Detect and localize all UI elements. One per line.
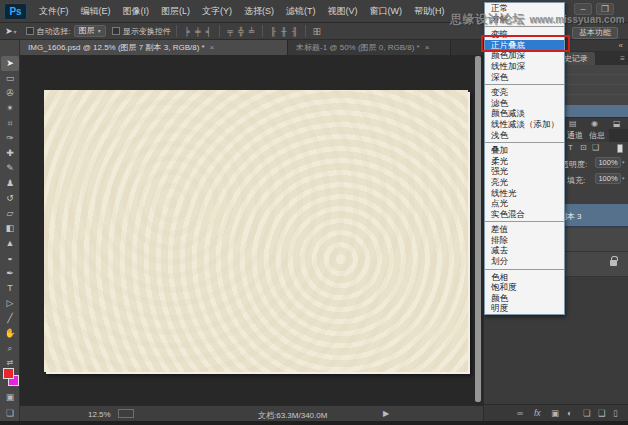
blend-mode-vivid-light[interactable]: 亮光	[485, 177, 564, 188]
marquee-tool[interactable]: ▭	[1, 71, 19, 86]
brush-tool[interactable]: ✎	[1, 161, 19, 176]
blend-mode-linear-light[interactable]: 线性光	[485, 188, 564, 199]
new-layer-icon[interactable]: ❑	[598, 408, 606, 418]
blend-mode-linear-burn[interactable]: 线性加深	[485, 61, 564, 72]
filter-type-icon[interactable]: T	[568, 143, 573, 152]
workspace-button[interactable]: 基本功能	[572, 27, 618, 39]
chevron-down-icon[interactable]: ▾	[622, 157, 628, 168]
magic-wand-tool[interactable]: ✴	[1, 101, 19, 116]
layer-style-fx-icon[interactable]: fx	[534, 408, 541, 418]
panel-menu-icon[interactable]: ≡	[620, 54, 625, 63]
blend-mode-divide[interactable]: 划分	[485, 256, 564, 267]
vertical-scrollbar[interactable]	[475, 56, 481, 402]
menu-help[interactable]: 帮助(H)	[408, 0, 451, 23]
healing-brush-tool[interactable]: ✚	[1, 146, 19, 161]
filter-smart-icon[interactable]: ❏	[592, 143, 599, 152]
snapshot-camera-icon[interactable]: ◉	[591, 119, 598, 128]
menu-file[interactable]: 文件(F)	[33, 0, 75, 23]
gradient-tool[interactable]: ◧	[1, 221, 19, 236]
align-top-icon[interactable]: ╤	[225, 27, 236, 36]
show-transform-checkbox[interactable]	[112, 27, 120, 35]
blend-mode-darker-color[interactable]: 深色	[485, 72, 564, 83]
blend-mode-saturation[interactable]: 饱和度	[485, 282, 564, 293]
swap-colors-icon[interactable]: ⇄	[2, 358, 18, 367]
fill-value[interactable]: 100%	[595, 173, 621, 184]
collapse-panels-icon[interactable]: «	[619, 41, 623, 50]
arrange-icon[interactable]: 昍	[311, 26, 324, 37]
eraser-tool[interactable]: ▱	[1, 206, 19, 221]
quick-mask-icon[interactable]: ▣	[2, 392, 18, 402]
clone-stamp-tool[interactable]: ♟	[1, 176, 19, 191]
blend-mode-subtract[interactable]: 减去	[485, 245, 564, 256]
tab-channels[interactable]: 通道	[563, 129, 587, 142]
history-brush-tool[interactable]: ↺	[1, 191, 19, 206]
align-right-icon[interactable]: ╡	[203, 27, 214, 36]
menu-image[interactable]: 图像(I)	[117, 0, 156, 23]
close-icon[interactable]: ×	[425, 43, 430, 52]
blend-mode-luminosity[interactable]: 明度	[485, 303, 564, 314]
layer-group-icon[interactable]: ❏	[583, 408, 591, 418]
opacity-value[interactable]: 100%	[595, 157, 621, 168]
blend-mode-lighter-color[interactable]: 浅色	[485, 130, 564, 141]
align-vcenter-icon[interactable]: ╬	[236, 27, 247, 36]
crop-tool[interactable]: ⌗	[1, 116, 19, 131]
zoom-level-field[interactable]: 12.5%	[88, 410, 111, 419]
filter-shape-icon[interactable]: ⊡	[580, 143, 587, 152]
menu-edit[interactable]: 编辑(E)	[75, 0, 117, 23]
blend-mode-color-dodge[interactable]: 颜色减淡	[485, 108, 564, 119]
blend-mode-overlay[interactable]: 叠加	[485, 145, 564, 156]
link-layers-icon[interactable]: ∞	[517, 408, 523, 418]
zoom-tool[interactable]: ⌕	[1, 341, 19, 356]
blend-mode-color[interactable]: 颜色	[485, 293, 564, 304]
screen-mode-icon[interactable]: ❏	[2, 408, 18, 418]
align-left-icon[interactable]: ╞	[182, 27, 193, 36]
align-bottom-icon[interactable]: ╧	[246, 27, 257, 36]
distribute-hcenter-icon[interactable]: ╫	[279, 27, 290, 36]
auto-select-dropdown[interactable]: 图层▾	[74, 25, 106, 37]
canvas-image[interactable]	[44, 90, 468, 372]
blend-mode-screen[interactable]: 滤色	[485, 98, 564, 109]
blend-mode-hue[interactable]: 色相	[485, 272, 564, 283]
blend-mode-linear-dodge[interactable]: 线性减淡（添加）	[485, 119, 564, 130]
hand-tool[interactable]: ✋	[1, 326, 19, 341]
adjustment-layer-icon[interactable]: ◐	[567, 408, 572, 418]
type-tool[interactable]: T	[1, 281, 19, 296]
foreground-color-swatch[interactable]	[3, 368, 14, 379]
layer-mask-icon[interactable]: ▣	[551, 408, 559, 418]
move-tool[interactable]: ➤	[1, 56, 19, 71]
status-options-icon[interactable]: ▶	[383, 409, 389, 418]
blend-mode-hard-mix[interactable]: 实色混合	[485, 209, 564, 220]
menu-filter[interactable]: 滤镜(T)	[280, 0, 322, 23]
menu-select[interactable]: 选择(S)	[238, 0, 280, 23]
document-tab-active[interactable]: IMG_1606.psd @ 12.5% (图层 7 副本 3, RGB/8) …	[20, 40, 288, 55]
lasso-tool[interactable]: ✇	[1, 86, 19, 101]
blend-mode-pin-light[interactable]: 点光	[485, 198, 564, 209]
align-hcenter-icon[interactable]: ╪	[192, 27, 203, 36]
dodge-tool[interactable]: ◒	[1, 251, 19, 266]
document-tab-inactive[interactable]: 未标题-1 @ 50% (图层 0, RGB/8) *×	[288, 40, 451, 55]
distribute-right-icon[interactable]: ╢	[289, 27, 300, 36]
close-icon[interactable]: ×	[210, 43, 215, 52]
delete-state-icon[interactable]: ⬓	[613, 119, 621, 128]
eyedropper-tool[interactable]: ✑	[1, 131, 19, 146]
menu-layer[interactable]: 图层(L)	[155, 0, 196, 23]
menu-view[interactable]: 视图(V)	[322, 0, 364, 23]
auto-select-checkbox[interactable]	[26, 27, 34, 35]
distribute-left-icon[interactable]: ╟	[268, 27, 279, 36]
blend-mode-hard-light[interactable]: 强光	[485, 166, 564, 177]
blur-tool[interactable]: ▲	[1, 236, 19, 251]
tool-preset-caret-icon[interactable]: ▾	[14, 28, 17, 35]
filter-toggle[interactable]	[617, 144, 623, 153]
blend-mode-exclusion[interactable]: 排除	[485, 235, 564, 246]
new-doc-from-state-icon[interactable]: ▤	[569, 119, 577, 128]
chevron-down-icon[interactable]: ▾	[622, 173, 628, 184]
menu-type[interactable]: 文字(Y)	[196, 0, 238, 23]
tab-info[interactable]: 信息	[585, 129, 609, 142]
blend-mode-lighten[interactable]: 变亮	[485, 87, 564, 98]
menu-window[interactable]: 窗口(W)	[364, 0, 409, 23]
shape-tool[interactable]: ╱	[1, 311, 19, 326]
pen-tool[interactable]: ✒	[1, 266, 19, 281]
blend-mode-difference[interactable]: 差值	[485, 224, 564, 235]
blend-mode-soft-light[interactable]: 柔光	[485, 156, 564, 167]
path-selection-tool[interactable]: ▷	[1, 296, 19, 311]
